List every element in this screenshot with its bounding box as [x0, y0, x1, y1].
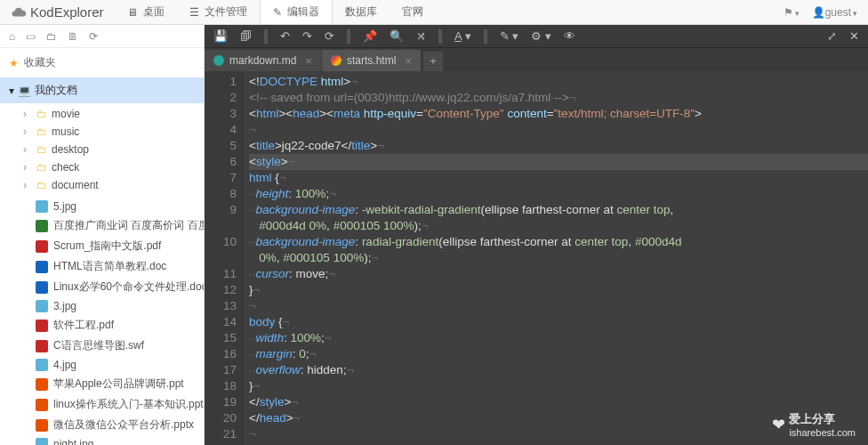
code-line[interactable]: <!DOCTYPE html>¬ — [249, 74, 868, 90]
menu-website[interactable]: 官网 — [390, 0, 436, 24]
close-tab-icon[interactable]: × — [405, 54, 412, 68]
top-right: ⚑▾ 👤guest▾ — [784, 6, 868, 19]
file-item[interactable]: Scrum_指南中文版.pdf — [0, 236, 204, 256]
code-line[interactable]: </style>¬ — [249, 394, 868, 410]
expand-icon[interactable]: › — [23, 161, 32, 174]
line-number: 2 — [205, 90, 237, 106]
file-item[interactable]: 5.jpg — [0, 198, 204, 215]
doc-file-icon — [36, 261, 48, 273]
editor-pane: 💾 🗐 ↶ ↷ ⟳ 📌 🔍 ⤨ A ▾ ✎ ▾ ⚙ ▾ 👁 ⤢ ✕ markdo… — [205, 25, 868, 445]
pin-icon[interactable]: 📌 — [361, 28, 379, 44]
expand-icon[interactable]: › — [23, 125, 32, 138]
pdf-file-icon — [36, 320, 48, 332]
refresh-icon[interactable]: ⟳ — [89, 30, 98, 43]
user-menu[interactable]: 👤guest▾ — [812, 6, 857, 19]
code-line[interactable]: ¬ — [249, 298, 868, 314]
expand-icon[interactable]: › — [23, 179, 32, 191]
folder-tree: ›🗀movie›🗀music›🗀desktop›🗀check›🗀document — [0, 103, 204, 196]
pdf-file-icon — [36, 240, 48, 253]
app-logo[interactable]: KodExplorer — [0, 4, 115, 20]
file-item[interactable]: 3.jpg — [0, 297, 204, 315]
code-line[interactable]: <title>jq22-code7</title>¬ — [249, 138, 868, 154]
code-line[interactable]: #000d4d 0%, #000105 100%);¬ — [249, 218, 868, 234]
undo-icon[interactable]: ↶ — [278, 28, 292, 44]
code-line[interactable]: ··overflow: hidden;¬ — [249, 362, 868, 378]
code-line[interactable]: ··width: 100%;¬ — [249, 330, 868, 346]
edit-icon: ✎ — [273, 6, 282, 19]
search-icon[interactable]: 🔍 — [388, 28, 406, 44]
code-line[interactable]: ··background-image: radial-gradient(elli… — [249, 234, 868, 250]
expand-icon[interactable]: ⤢ — [825, 28, 839, 44]
editor-tabs: markdown.md×starts.html×+ — [205, 48, 868, 71]
add-tab-button[interactable]: + — [423, 52, 443, 71]
menu-filemanager[interactable]: ☰文件管理 — [177, 0, 260, 24]
img-file-icon — [36, 200, 48, 213]
expand-icon[interactable]: › — [23, 108, 32, 120]
editor-tab[interactable]: starts.html× — [322, 50, 422, 71]
folder-music[interactable]: ›🗀music — [0, 123, 204, 141]
brush-icon[interactable]: ✎ ▾ — [498, 28, 521, 44]
code-line[interactable]: ··height: 100%;¬ — [249, 186, 868, 202]
close-panel-icon[interactable]: ✕ — [848, 28, 861, 44]
shuffle-icon[interactable]: ⤨ — [414, 28, 428, 44]
code-line[interactable]: <style>¬ — [249, 154, 868, 170]
gear-icon[interactable]: ⚙ ▾ — [529, 28, 553, 44]
home-icon[interactable]: ⌂ — [9, 30, 15, 43]
code-line[interactable]: ¬ — [249, 122, 868, 138]
file-item[interactable]: Linux必学60个命令文件处理.doc — [0, 277, 204, 297]
expand-icon[interactable]: › — [23, 143, 32, 156]
code-line[interactable]: ··cursor: move;¬ — [249, 266, 868, 282]
file-item[interactable]: 4.jpg — [0, 356, 204, 374]
file-item[interactable]: 微信及微信公众平台分析.pptx — [0, 415, 204, 435]
folder-icon[interactable]: 🗀 — [46, 30, 57, 43]
line-number: 8 — [205, 186, 237, 202]
editor-tab[interactable]: markdown.md× — [205, 50, 322, 71]
line-number: 12 — [205, 282, 237, 298]
code-area[interactable]: 12345678910111213141516171819202122 <!DO… — [205, 71, 868, 445]
line-number: 9 — [205, 202, 237, 218]
line-number: 6 — [205, 154, 237, 170]
sidebar: ⌂ ▭ 🗀 🗎 ⟳ ★ 收藏夹 ▾ 💻 我的文档 ›🗀movie›🗀music›… — [0, 25, 205, 445]
code-line[interactable]: ··margin: 0;¬ — [249, 346, 868, 362]
star-icon: ★ — [9, 57, 19, 69]
folder-desktop[interactable]: ›🗀desktop — [0, 141, 204, 158]
folder-check[interactable]: ›🗀check — [0, 158, 204, 176]
close-tab-icon[interactable]: × — [305, 54, 312, 68]
mydocs-section[interactable]: ▾ 💻 我的文档 — [0, 77, 204, 103]
code-line[interactable]: <!--·saved·from·url=(0030)http://www.jq2… — [249, 90, 868, 106]
file-item[interactable]: 软件工程.pdf — [0, 315, 204, 336]
file-item[interactable]: C语言思维导图.swf — [0, 336, 204, 356]
laptop-icon[interactable]: ▭ — [26, 30, 36, 43]
monitor-icon: 🖥 — [127, 6, 138, 19]
flag-icon[interactable]: ⚑▾ — [784, 6, 800, 19]
code-line[interactable]: 0%, #000105 100%);¬ — [249, 250, 868, 266]
line-number: 20 — [205, 410, 237, 426]
code-line[interactable]: ··background-image: -webkit-radial-gradi… — [249, 202, 868, 218]
file-item[interactable]: night.jpg — [0, 435, 204, 445]
menu-database[interactable]: 数据库 — [333, 0, 390, 24]
font-icon[interactable]: A ▾ — [453, 28, 473, 44]
file-item[interactable]: 苹果Apple公司品牌调研.ppt — [0, 374, 204, 394]
favorites-section[interactable]: ★ 收藏夹 — [0, 48, 204, 77]
code-lines[interactable]: <!DOCTYPE html>¬<!--·saved·from·url=(003… — [244, 71, 868, 445]
code-line[interactable]: }¬ — [249, 282, 868, 298]
menu-desktop[interactable]: 🖥桌面 — [115, 0, 177, 24]
redo-icon[interactable]: ↷ — [301, 28, 314, 44]
code-line[interactable]: }¬ — [249, 378, 868, 394]
copy-icon[interactable]: 🗐 — [238, 28, 253, 44]
file-item[interactable]: HTML语言简单教程.doc — [0, 256, 204, 277]
preview-icon[interactable]: 👁 — [562, 28, 577, 44]
code-line[interactable]: html {¬ — [249, 170, 868, 186]
code-line[interactable]: <html><head><meta http-equiv="Content-Ty… — [249, 106, 868, 122]
reload-icon[interactable]: ⟳ — [323, 28, 336, 44]
file-item[interactable]: linux操作系统入门-基本知识.ppt — [0, 394, 204, 415]
menu-editor[interactable]: ✎编辑器 — [260, 0, 333, 24]
save-icon[interactable]: 💾 — [212, 28, 229, 44]
md-icon — [213, 55, 224, 66]
line-number: 15 — [205, 330, 237, 346]
file-icon[interactable]: 🗎 — [68, 30, 78, 43]
file-item[interactable]: 百度推广商业词 百度高价词 百度竞价高价 — [0, 215, 204, 236]
folder-document[interactable]: ›🗀document — [0, 176, 204, 194]
code-line[interactable]: body {¬ — [249, 314, 868, 330]
folder-movie[interactable]: ›🗀movie — [0, 105, 204, 123]
